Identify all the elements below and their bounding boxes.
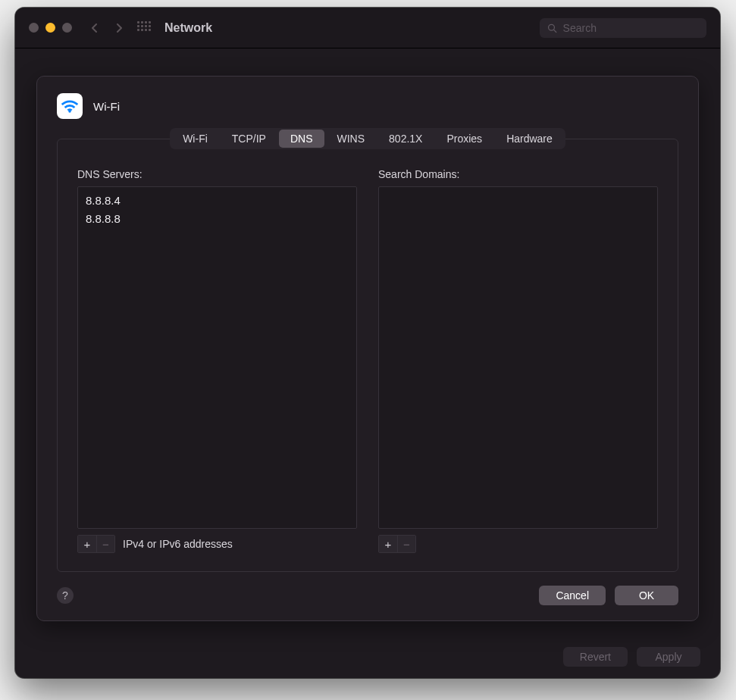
tab-802-1x[interactable]: 802.1X: [377, 130, 434, 148]
dns-servers-label: DNS Servers:: [77, 168, 357, 180]
window-titlebar: Network: [15, 8, 720, 48]
dns-remove-button[interactable]: −: [96, 536, 114, 552]
service-name: Wi-Fi: [93, 100, 120, 113]
search-domains-controls: + −: [378, 535, 658, 553]
window-title: Network: [164, 21, 212, 35]
wifi-icon: [57, 93, 83, 119]
system-settings-window: Network Wi-Fi Wi-FiTCP/IPDNSWINS802.1XPr…: [15, 8, 720, 678]
search-icon: [547, 23, 557, 33]
cancel-button[interactable]: Cancel: [539, 586, 606, 605]
window-minimize-button[interactable]: [45, 23, 55, 33]
tab-wi-fi[interactable]: Wi-Fi: [171, 130, 219, 148]
nav-buttons: [90, 23, 124, 33]
tab-hardware[interactable]: Hardware: [495, 130, 564, 148]
tab-wins[interactable]: WINS: [326, 130, 377, 148]
tab-bar: Wi-FiTCP/IPDNSWINS802.1XProxiesHardware: [57, 128, 678, 149]
window-traffic-lights: [29, 23, 72, 33]
nav-forward-icon[interactable]: [114, 23, 124, 33]
dns-server-row[interactable]: 8.8.8.8: [86, 210, 349, 228]
help-button[interactable]: ?: [57, 587, 74, 604]
window-bottom-bar: Revert Apply: [15, 636, 720, 678]
domain-remove-button[interactable]: −: [397, 536, 415, 552]
all-settings-grid-icon[interactable]: [137, 21, 151, 35]
ok-button[interactable]: OK: [615, 586, 678, 605]
nav-back-icon[interactable]: [90, 23, 99, 33]
revert-button[interactable]: Revert: [563, 647, 628, 667]
dns-server-row[interactable]: 8.8.8.4: [86, 192, 349, 210]
window-zoom-button[interactable]: [62, 23, 72, 33]
search-domains-column: Search Domains: + −: [378, 168, 658, 553]
dns-panel: DNS Servers: 8.8.8.48.8.8.8 + − IPv4 or …: [57, 139, 678, 572]
sheet-footer: ? Cancel OK: [57, 586, 678, 605]
search-domains-label: Search Domains:: [378, 168, 658, 180]
tab-tcp-ip[interactable]: TCP/IP: [221, 130, 277, 148]
service-header: Wi-Fi: [57, 93, 678, 119]
dns-servers-column: DNS Servers: 8.8.8.48.8.8.8 + − IPv4 or …: [77, 168, 357, 553]
dns-add-button[interactable]: +: [78, 536, 96, 552]
domain-add-button[interactable]: +: [379, 536, 397, 552]
svg-line-1: [554, 30, 556, 32]
tab-proxies[interactable]: Proxies: [435, 130, 493, 148]
apply-button[interactable]: Apply: [637, 647, 700, 667]
dns-servers-list[interactable]: 8.8.8.48.8.8.8: [77, 186, 357, 529]
search-input[interactable]: [563, 22, 699, 34]
dns-hint: IPv4 or IPv6 addresses: [123, 538, 233, 550]
window-close-button[interactable]: [29, 23, 39, 33]
search-field-wrap[interactable]: [540, 18, 706, 38]
tab-dns[interactable]: DNS: [279, 130, 324, 148]
search-domains-list[interactable]: [378, 186, 658, 529]
dns-servers-controls: + − IPv4 or IPv6 addresses: [77, 535, 357, 553]
settings-sheet: Wi-Fi Wi-FiTCP/IPDNSWINS802.1XProxiesHar…: [36, 76, 699, 621]
